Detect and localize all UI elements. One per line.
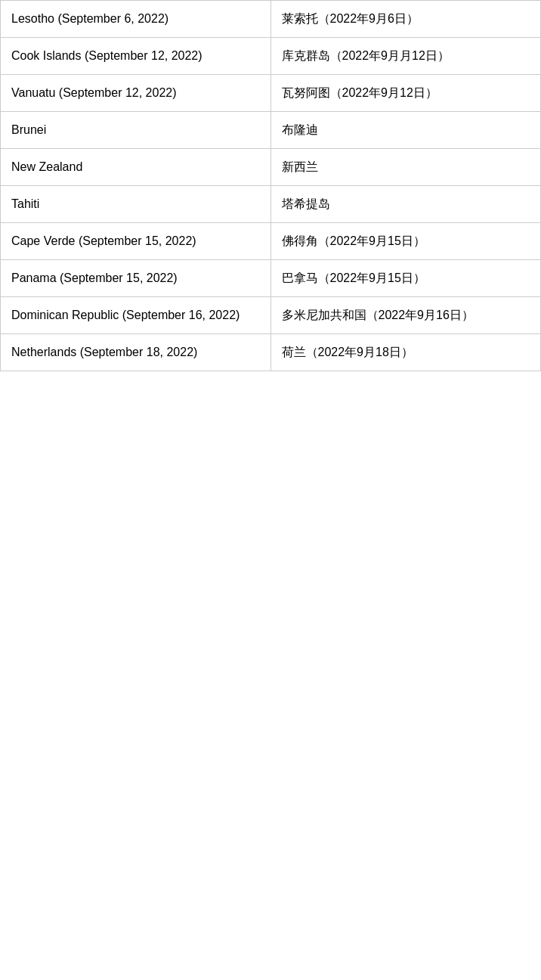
english-cell: Cook Islands (September 12, 2022)	[1, 38, 271, 75]
chinese-cell: 库克群岛（2022年9月月12日）	[270, 38, 541, 75]
english-cell: New Zealand	[1, 149, 271, 186]
chinese-cell: 瓦努阿图（2022年9月12日）	[270, 75, 541, 112]
chinese-cell: 新西兰	[270, 149, 541, 186]
english-cell: Vanuatu (September 12, 2022)	[1, 75, 271, 112]
chinese-cell: 佛得角（2022年9月15日）	[270, 223, 541, 260]
table-row: Panama (September 15, 2022)巴拿马（2022年9月15…	[1, 260, 541, 297]
english-cell: Brunei	[1, 112, 271, 149]
table-row: Cape Verde (September 15, 2022)佛得角（2022年…	[1, 223, 541, 260]
english-cell: Panama (September 15, 2022)	[1, 260, 271, 297]
table-row: Cook Islands (September 12, 2022)库克群岛（20…	[1, 38, 541, 75]
chinese-cell: 多米尼加共和国（2022年9月16日）	[270, 297, 541, 334]
table-row: Vanuatu (September 12, 2022)瓦努阿图（2022年9月…	[1, 75, 541, 112]
english-cell: Dominican Republic (September 16, 2022)	[1, 297, 271, 334]
chinese-cell: 布隆迪	[270, 112, 541, 149]
table-row: Dominican Republic (September 16, 2022)多…	[1, 297, 541, 334]
table-row: Tahiti塔希提岛	[1, 186, 541, 223]
table-row: Lesotho (September 6, 2022)莱索托（2022年9月6日…	[1, 1, 541, 38]
english-cell: Cape Verde (September 15, 2022)	[1, 223, 271, 260]
chinese-cell: 塔希提岛	[270, 186, 541, 223]
country-translation-table: Lesotho (September 6, 2022)莱索托（2022年9月6日…	[0, 0, 541, 371]
english-cell: Netherlands (September 18, 2022)	[1, 334, 271, 371]
chinese-cell: 莱索托（2022年9月6日）	[270, 1, 541, 38]
english-cell: Tahiti	[1, 186, 271, 223]
chinese-cell: 巴拿马（2022年9月15日）	[270, 260, 541, 297]
table-row: Netherlands (September 18, 2022)荷兰（2022年…	[1, 334, 541, 371]
chinese-cell: 荷兰（2022年9月18日）	[270, 334, 541, 371]
table-row: Brunei布隆迪	[1, 112, 541, 149]
table-row: New Zealand新西兰	[1, 149, 541, 186]
english-cell: Lesotho (September 6, 2022)	[1, 1, 271, 38]
